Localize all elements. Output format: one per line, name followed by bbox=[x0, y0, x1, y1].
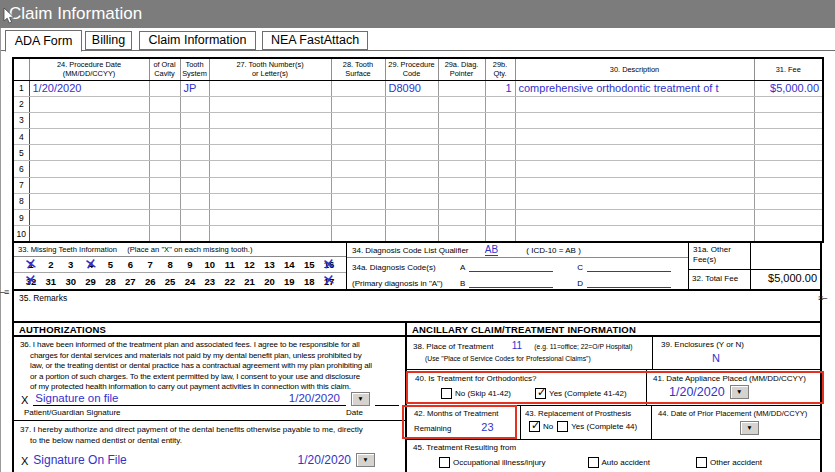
cell-diag-pointer[interactable] bbox=[438, 96, 485, 112]
other-fee-value[interactable] bbox=[751, 243, 820, 269]
tab-claim-information[interactable]: Claim Information bbox=[139, 31, 256, 50]
cell-qty[interactable] bbox=[485, 226, 515, 242]
cell-tooth-surface[interactable] bbox=[331, 80, 385, 96]
cell-qty[interactable] bbox=[485, 145, 515, 161]
months-treatment-value[interactable]: 23 bbox=[481, 421, 493, 433]
orthodontics-no-checkbox[interactable] bbox=[441, 388, 452, 399]
cell-tooth-surface[interactable] bbox=[331, 96, 385, 112]
cell-procedure-code[interactable]: D8090 bbox=[385, 80, 438, 96]
cell-fee[interactable] bbox=[754, 145, 823, 161]
tooth-number[interactable]: 2✕ bbox=[41, 259, 61, 270]
cell-oral-cavity[interactable] bbox=[149, 145, 180, 161]
cell-tooth-numbers[interactable] bbox=[209, 226, 331, 242]
tooth-number[interactable]: 27✕ bbox=[120, 276, 140, 287]
cell-description[interactable] bbox=[515, 145, 754, 161]
tooth-number[interactable]: 25✕ bbox=[160, 276, 180, 287]
cell-tooth-system[interactable] bbox=[180, 177, 209, 193]
cell-procedure-code[interactable] bbox=[385, 145, 438, 161]
cell-tooth-system[interactable] bbox=[180, 161, 209, 177]
tooth-number[interactable]: 24✕ bbox=[180, 276, 200, 287]
cell-oral-cavity[interactable] bbox=[149, 210, 180, 226]
tooth-number[interactable]: 18✕ bbox=[299, 276, 319, 287]
tooth-number[interactable]: 17✕ bbox=[319, 276, 339, 287]
patient-signature-date[interactable]: 1/20/2020 bbox=[289, 392, 340, 404]
treatment-resulting-checkbox[interactable] bbox=[439, 457, 450, 468]
tab-ada-form[interactable]: ADA Form bbox=[5, 30, 82, 52]
cell-tooth-numbers[interactable] bbox=[209, 129, 331, 145]
patient-signature-date-dropdown-button[interactable] bbox=[351, 392, 370, 406]
tooth-number[interactable]: 14✕ bbox=[279, 259, 299, 270]
tooth-number[interactable]: 5✕ bbox=[101, 259, 121, 270]
cell-tooth-surface[interactable] bbox=[331, 226, 385, 242]
cell-tooth-system[interactable] bbox=[180, 193, 209, 209]
cell-fee[interactable] bbox=[754, 96, 823, 112]
cell-procedure-code[interactable] bbox=[385, 96, 438, 112]
cell-oral-cavity[interactable] bbox=[149, 80, 180, 96]
cell-procedure-code[interactable] bbox=[385, 210, 438, 226]
cell-oral-cavity[interactable] bbox=[149, 129, 180, 145]
cell-diag-pointer[interactable] bbox=[438, 80, 485, 96]
cell-description[interactable] bbox=[515, 112, 754, 128]
cell-description[interactable] bbox=[515, 177, 754, 193]
cell-procedure-code[interactable] bbox=[385, 112, 438, 128]
cell-diag-pointer[interactable] bbox=[438, 112, 485, 128]
cell-diag-pointer[interactable] bbox=[438, 145, 485, 161]
tooth-number[interactable]: 13✕ bbox=[260, 259, 280, 270]
cell-fee[interactable] bbox=[754, 193, 823, 209]
cell-fee[interactable]: $5,000.00 bbox=[754, 80, 823, 96]
cell-procedure-code[interactable] bbox=[385, 226, 438, 242]
cell-procedure-date[interactable] bbox=[29, 145, 149, 161]
cell-tooth-surface[interactable] bbox=[331, 129, 385, 145]
cell-tooth-numbers[interactable] bbox=[209, 145, 331, 161]
cell-diag-pointer[interactable] bbox=[438, 129, 485, 145]
diagnosis-field-c[interactable] bbox=[587, 264, 671, 272]
cell-oral-cavity[interactable] bbox=[149, 193, 180, 209]
tooth-number[interactable]: 31✕ bbox=[41, 276, 61, 287]
tooth-number[interactable]: 8✕ bbox=[160, 259, 180, 270]
cell-tooth-system[interactable] bbox=[180, 210, 209, 226]
cell-description[interactable] bbox=[515, 210, 754, 226]
cell-tooth-numbers[interactable] bbox=[209, 96, 331, 112]
tooth-number[interactable]: 15✕ bbox=[299, 259, 319, 270]
cell-fee[interactable] bbox=[754, 226, 823, 242]
cell-diag-pointer[interactable] bbox=[438, 226, 485, 242]
cell-diag-pointer[interactable] bbox=[438, 193, 485, 209]
appliance-placed-date[interactable]: 1/20/2020 bbox=[669, 385, 725, 399]
cell-tooth-system[interactable] bbox=[180, 226, 209, 242]
cell-fee[interactable] bbox=[754, 210, 823, 226]
cell-oral-cavity[interactable] bbox=[149, 161, 180, 177]
cell-procedure-date[interactable] bbox=[29, 161, 149, 177]
tooth-number[interactable]: 22✕ bbox=[220, 276, 240, 287]
cell-oral-cavity[interactable] bbox=[149, 96, 180, 112]
cell-fee[interactable] bbox=[754, 161, 823, 177]
tooth-number[interactable]: 4✕ bbox=[81, 259, 101, 270]
cell-fee[interactable] bbox=[754, 177, 823, 193]
treatment-resulting-checkbox[interactable] bbox=[588, 457, 599, 468]
tooth-number[interactable]: 16✕ bbox=[319, 259, 339, 270]
cell-tooth-system[interactable] bbox=[180, 145, 209, 161]
cell-diag-pointer[interactable] bbox=[438, 210, 485, 226]
tooth-number[interactable]: 6✕ bbox=[120, 259, 140, 270]
cell-description[interactable] bbox=[515, 129, 754, 145]
tooth-number[interactable]: 7✕ bbox=[140, 259, 160, 270]
cell-tooth-system[interactable] bbox=[180, 112, 209, 128]
cell-procedure-date[interactable] bbox=[29, 129, 149, 145]
cell-tooth-surface[interactable] bbox=[331, 161, 385, 177]
cell-qty[interactable] bbox=[485, 96, 515, 112]
cell-description[interactable] bbox=[515, 226, 754, 242]
cell-tooth-numbers[interactable] bbox=[209, 161, 331, 177]
patient-signature-value[interactable]: Signature on file bbox=[35, 392, 118, 404]
cell-qty[interactable]: 1 bbox=[485, 80, 515, 96]
tooth-number[interactable]: 1✕ bbox=[21, 259, 41, 270]
place-of-treatment-value[interactable]: 11 bbox=[512, 340, 522, 351]
cell-description[interactable]: comprehensive orthodontic treatment of t bbox=[515, 80, 754, 96]
remarks-box[interactable]: 35. Remarks bbox=[12, 291, 822, 323]
orthodontics-yes-checkbox[interactable] bbox=[535, 388, 546, 399]
cell-tooth-numbers[interactable] bbox=[209, 112, 331, 128]
cell-procedure-date[interactable] bbox=[29, 96, 149, 112]
dentist-signature-value[interactable]: Signature On File bbox=[33, 453, 126, 467]
cell-fee[interactable] bbox=[754, 129, 823, 145]
dentist-signature-date[interactable]: 1/20/2020 bbox=[298, 453, 351, 467]
tooth-number[interactable]: 20✕ bbox=[260, 276, 280, 287]
cell-procedure-code[interactable] bbox=[385, 161, 438, 177]
